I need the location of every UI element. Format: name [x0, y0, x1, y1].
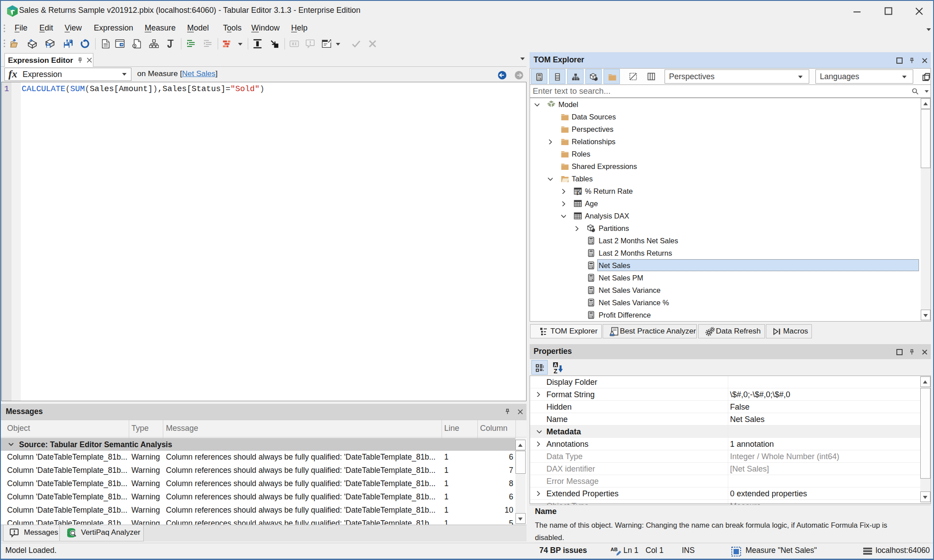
svg-text:AB: AB — [611, 547, 618, 552]
svg-text:Z: Z — [553, 368, 557, 374]
svg-text:A: A — [554, 362, 557, 368]
